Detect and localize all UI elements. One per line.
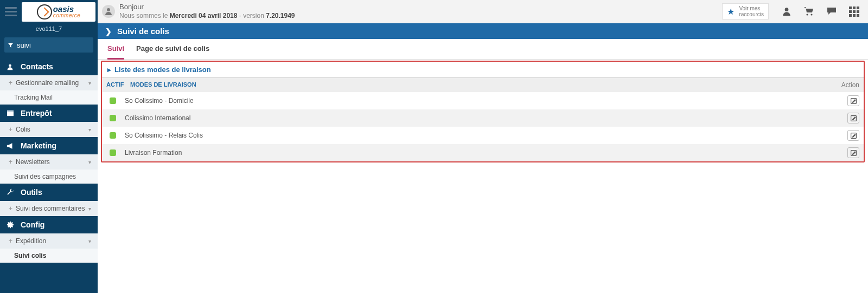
nav-head-marketing[interactable]: Marketing: [0, 137, 98, 154]
delivery-mode-label: So Colissimo - Domicile: [125, 97, 847, 105]
active-status-icon: [110, 132, 116, 139]
edit-button[interactable]: [847, 113, 859, 123]
nav-sub-label: Expédition: [16, 237, 46, 245]
sidebar: oasis commerce evo111_7 ✕ Contacts+Gesti…: [0, 0, 98, 293]
col-actif[interactable]: Actif: [102, 78, 126, 92]
edit-button[interactable]: [847, 95, 859, 106]
brand-name-1: oasis: [53, 5, 81, 13]
nav-sub-label: Newsletters: [16, 158, 50, 166]
hamburger-menu[interactable]: [0, 0, 22, 23]
plus-icon: +: [9, 237, 12, 245]
nav-leaf[interactable]: Suivi colis: [0, 249, 98, 263]
sidebar-filter[interactable]: ✕: [4, 37, 93, 53]
greeting-line2: Nous sommes le Mercredi 04 avril 2018 - …: [119, 12, 718, 20]
topbar: Bonjour Nous sommes le Mercredi 04 avril…: [98, 0, 868, 23]
page-titlebar: ❯ Suivi de colis: [98, 23, 868, 39]
svg-rect-2: [7, 110, 14, 112]
nav-head-label: Config: [21, 220, 44, 229]
edit-button[interactable]: [847, 147, 859, 158]
tab[interactable]: Suivi: [107, 44, 124, 60]
logo-mark-icon: [37, 4, 52, 19]
apps-grid-icon[interactable]: [849, 6, 859, 17]
col-action: Action: [831, 78, 864, 92]
nav-sub[interactable]: +Suivi des commentaires▾: [0, 201, 98, 216]
megaphone-icon: [7, 142, 15, 149]
panel-title: Liste des modes de livraison: [114, 66, 211, 74]
user-icon[interactable]: [782, 6, 792, 16]
active-status-icon: [110, 115, 116, 121]
plus-icon: +: [9, 126, 12, 133]
nav-sub-label: Gestionnaire emailing: [16, 79, 79, 87]
nav-sub-label: Colis: [16, 126, 30, 133]
delivery-mode-label: Livraison Formation: [125, 149, 847, 157]
brand-logo[interactable]: oasis commerce: [22, 2, 95, 22]
plus-icon: +: [9, 205, 12, 212]
delivery-mode-label: Colissimo International: [125, 114, 847, 122]
greeting-line1: Bonjour: [119, 3, 718, 11]
active-status-icon: [110, 149, 116, 156]
delivery-modes-panel: ▸ Liste des modes de livraison Actif Mod…: [101, 61, 865, 162]
nav-leaf[interactable]: Suivi des campagnes: [0, 170, 98, 184]
chevron-down-icon: ▾: [88, 80, 91, 86]
brand-name-2: commerce: [53, 13, 81, 18]
tabs: SuiviPage de suivi de colis: [98, 39, 868, 60]
svg-point-3: [107, 8, 110, 11]
chevron-down-icon: ▾: [88, 127, 91, 133]
wrench-icon: [7, 188, 15, 196]
caret-right-icon: ▸: [107, 66, 111, 74]
nav-sub[interactable]: +Expédition▾: [0, 233, 98, 249]
nav-sub-label: Suivi des commentaires: [16, 205, 85, 212]
nav-sub[interactable]: +Newsletters▾: [0, 154, 98, 170]
table-row: Colissimo International: [102, 109, 864, 127]
delivery-mode-label: So Colissimo - Relais Colis: [125, 132, 847, 139]
svg-point-0: [9, 64, 11, 67]
nav-head-contacts[interactable]: Contacts: [0, 58, 98, 75]
edit-button[interactable]: [847, 130, 859, 141]
table-header: Actif Modes de livraison Action: [102, 78, 864, 92]
nav-head-label: Entrepôt: [21, 109, 52, 118]
svg-point-4: [785, 8, 789, 11]
chevron-down-icon: ▾: [88, 206, 91, 212]
gear-icon: [7, 221, 15, 229]
user-avatar-icon[interactable]: [102, 5, 115, 18]
nav-head-config[interactable]: Config: [0, 216, 98, 233]
nav-sub[interactable]: +Gestionnaire emailing▾: [0, 75, 98, 90]
table-row: So Colissimo - Domicile: [102, 92, 864, 109]
star-icon: ★: [727, 6, 735, 17]
svg-point-6: [810, 14, 812, 15]
tenant-label: evo111_7: [0, 23, 98, 36]
nav-head-entrepôt[interactable]: Entrepôt: [0, 105, 98, 122]
comment-icon[interactable]: [826, 6, 837, 16]
nav-sub[interactable]: +Colis▾: [0, 122, 98, 137]
nav-head-label: Marketing: [21, 141, 56, 150]
shortcuts-button[interactable]: ★ Voir mesraccourcis: [722, 3, 769, 19]
chevron-right-icon: ❯: [105, 27, 112, 36]
chevron-down-icon: ▾: [88, 159, 91, 165]
box-icon: [7, 110, 15, 116]
svg-rect-1: [7, 112, 14, 116]
filter-input[interactable]: [17, 41, 108, 49]
table-row: Livraison Formation: [102, 144, 864, 161]
plus-icon: +: [9, 158, 12, 166]
tab[interactable]: Page de suivi de colis: [136, 44, 209, 59]
chevron-down-icon: ▾: [88, 238, 91, 244]
nav-leaf[interactable]: Tracking Mail: [0, 90, 98, 105]
plus-icon: +: [9, 79, 12, 87]
svg-point-5: [806, 14, 808, 15]
nav-head-label: Outils: [21, 188, 42, 197]
funnel-icon: [8, 42, 14, 48]
col-mode[interactable]: Modes de livraison: [126, 78, 831, 92]
nav-head-outils[interactable]: Outils: [0, 184, 98, 201]
sidebar-nav: Contacts+Gestionnaire emailing▾Tracking …: [0, 58, 98, 263]
table-row: So Colissimo - Relais Colis: [102, 127, 864, 144]
nav-head-label: Contacts: [21, 62, 53, 71]
cart-icon[interactable]: [803, 6, 814, 16]
active-status-icon: [110, 97, 116, 104]
main: Bonjour Nous sommes le Mercredi 04 avril…: [98, 0, 868, 293]
page-title: Suivi de colis: [117, 27, 169, 36]
person-icon: [7, 63, 15, 70]
